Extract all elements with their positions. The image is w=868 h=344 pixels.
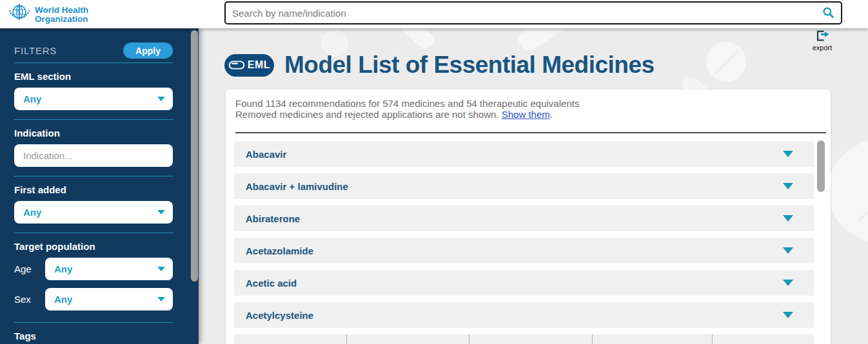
removed-line-suffix: . — [550, 109, 553, 120]
eml-app-page: World Health Organization FILTERS Apply — [0, 0, 868, 344]
who-logo-line1: World Health — [35, 6, 88, 15]
medicine-name: Abacavir + lamivudine — [246, 181, 348, 192]
eml-section-label: EML section — [14, 71, 173, 82]
chevron-down-icon[interactable] — [783, 215, 793, 222]
medicine-row-partial[interactable]: Acetylsalicylic acid — [234, 334, 814, 344]
chevron-down-icon — [157, 297, 165, 301]
sex-label: Sex — [14, 294, 45, 305]
sidebar-scrollbar-thumb[interactable] — [191, 30, 198, 282]
top-bar: World Health Organization — [0, 0, 868, 28]
tablet-watermark-icon — [706, 42, 746, 82]
medicine-name: Abacavir — [246, 149, 286, 160]
age-value: Any — [54, 263, 72, 274]
column-divider — [712, 334, 713, 344]
main-content: export EML Model List of Essential Medic… — [199, 28, 868, 344]
results-summary: Found 1134 recommendations for 574 medic… — [235, 98, 579, 120]
search-icon — [822, 11, 834, 21]
column-divider — [592, 334, 593, 344]
first-added-select[interactable]: Any — [14, 201, 173, 224]
filters-title: FILTERS — [14, 45, 57, 56]
indication-input[interactable] — [14, 144, 173, 167]
removed-line: Removed medicines and rejected applicati… — [235, 109, 579, 120]
apply-filters-button[interactable]: Apply — [123, 43, 173, 59]
chevron-down-icon — [157, 267, 165, 271]
chevron-down-icon — [157, 210, 165, 215]
first-added-label: First added — [14, 184, 173, 195]
export-label: export — [807, 44, 837, 52]
capsule-icon — [228, 60, 245, 70]
divider — [14, 119, 173, 120]
medicine-row[interactable]: Acetazolamide — [234, 238, 814, 263]
results-card: Found 1134 recommendations for 574 medic… — [226, 90, 831, 344]
age-label: Age — [14, 263, 45, 274]
page-title: Model List of Essential Medicines — [284, 52, 655, 79]
column-divider — [346, 334, 347, 344]
medicine-name: Abiraterone — [246, 213, 300, 224]
capsule-watermark-icon — [515, 28, 575, 53]
divider — [14, 62, 173, 63]
who-logo-text: World Health Organization — [35, 6, 88, 24]
first-added-value: Any — [23, 207, 41, 218]
divider — [14, 176, 173, 177]
divider — [235, 132, 826, 133]
search-input[interactable] — [226, 8, 821, 19]
tags-label: Tags — [14, 330, 173, 341]
column-divider — [469, 334, 469, 344]
list-scrollbar-thumb[interactable] — [817, 140, 825, 192]
divider — [14, 233, 173, 233]
sex-value: Any — [54, 294, 72, 305]
chevron-down-icon — [157, 97, 165, 101]
medicine-row[interactable]: Abacavir + lamivudine — [234, 173, 814, 199]
divider — [14, 322, 173, 323]
page-headline: EML Model List of Essential Medicines — [224, 52, 655, 79]
sex-select[interactable]: Any — [45, 288, 173, 311]
medicine-list: Abacavir Abacavir + lamivudine Abiratero… — [234, 141, 814, 344]
who-emblem-icon — [8, 2, 31, 28]
export-button[interactable]: export — [807, 30, 837, 52]
removed-line-text: Removed medicines and rejected applicati… — [235, 109, 502, 120]
chevron-down-icon[interactable] — [783, 312, 793, 318]
eml-section-select[interactable]: Any — [14, 88, 173, 110]
who-logo[interactable]: World Health Organization — [8, 2, 88, 28]
search-bar — [224, 1, 842, 24]
chevron-down-icon[interactable] — [783, 183, 793, 189]
found-line: Found 1134 recommendations for 574 medic… — [235, 98, 579, 109]
medicine-name: Acetylcysteine — [246, 310, 313, 321]
capsule-watermark-icon — [392, 28, 437, 52]
chevron-down-icon[interactable] — [783, 247, 793, 254]
medicine-row[interactable]: Abiraterone — [234, 205, 814, 231]
eml-badge: EML — [224, 54, 274, 77]
eml-section-value: Any — [23, 93, 41, 104]
tablet-watermark-icon — [827, 138, 868, 244]
search-button[interactable] — [821, 5, 841, 21]
filters-sidebar: FILTERS Apply EML section Any Indication… — [0, 28, 199, 344]
target-population-label: Target population — [14, 241, 173, 252]
show-them-link[interactable]: Show them — [502, 109, 550, 120]
export-icon — [814, 33, 831, 44]
medicine-row[interactable]: Abacavir — [234, 141, 814, 167]
medicine-name: Acetic acid — [246, 278, 297, 289]
chevron-down-icon[interactable] — [783, 280, 793, 286]
eml-badge-label: EML — [248, 59, 270, 71]
medicine-name: Acetylsalicylic acid — [246, 342, 335, 344]
medicine-row[interactable]: Acetic acid — [234, 270, 814, 296]
chevron-down-icon[interactable] — [783, 151, 793, 157]
medicine-name: Acetazolamide — [246, 245, 313, 256]
age-select[interactable]: Any — [45, 258, 173, 280]
who-logo-line2: Organization — [35, 15, 88, 24]
indication-label: Indication — [14, 128, 173, 139]
medicine-row[interactable]: Acetylcysteine — [234, 302, 814, 328]
